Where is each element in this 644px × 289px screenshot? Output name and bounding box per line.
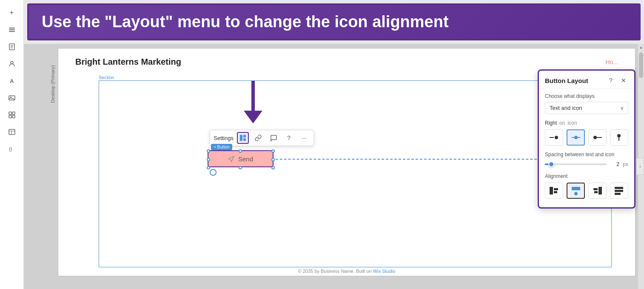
rotate-handle[interactable] xyxy=(210,169,217,176)
handle-bm[interactable] xyxy=(239,166,242,169)
link-button[interactable] xyxy=(252,132,264,144)
svg-rect-30 xyxy=(550,187,553,195)
displays-select-wrap: Text and icon xyxy=(545,102,628,114)
svg-rect-12 xyxy=(12,112,15,114)
svg-rect-36 xyxy=(593,188,598,190)
help-button[interactable]: ? xyxy=(283,132,295,144)
svg-point-34 xyxy=(574,192,578,195)
footer-link[interactable]: Wix Studio xyxy=(373,269,396,274)
arrow-head xyxy=(244,111,262,123)
layout-button[interactable] xyxy=(237,132,249,144)
main-content: Use the "Layout" menu to change the icon… xyxy=(24,0,644,289)
svg-rect-1 xyxy=(9,29,15,30)
handle-tr[interactable] xyxy=(271,149,275,153)
collapse-panel-button[interactable]: › xyxy=(636,158,644,175)
svg-text:{}: {} xyxy=(9,146,12,152)
svg-point-10 xyxy=(10,97,11,98)
section-label: Section xyxy=(99,75,114,80)
pos-left[interactable] xyxy=(545,129,563,146)
send-button-canvas[interactable]: Send xyxy=(208,150,274,167)
displays-section: Choose what displays Text and icon xyxy=(539,89,634,119)
align-right[interactable] xyxy=(588,183,607,199)
footer-text: © 2035 by Business Name. Built on xyxy=(298,269,373,274)
pos-right[interactable] xyxy=(588,129,607,146)
svg-rect-35 xyxy=(598,187,602,195)
text-icon[interactable]: A xyxy=(4,73,20,89)
scroll-up-button[interactable]: ▲ xyxy=(638,44,644,51)
svg-point-27 xyxy=(593,136,597,139)
spacing-section: Spacing between text and icon 2 px xyxy=(539,150,634,171)
arrow-line xyxy=(251,81,255,111)
handle-bl[interactable] xyxy=(207,166,210,169)
panel-header: Button Layout ? ✕ xyxy=(539,71,634,89)
spacing-value: 2 xyxy=(610,161,619,167)
pos-center[interactable] xyxy=(567,129,585,146)
svg-rect-2 xyxy=(9,31,15,32)
handle-tl[interactable] xyxy=(207,149,210,153)
handle-tm[interactable] xyxy=(239,149,242,153)
svg-text:A: A xyxy=(10,78,14,84)
handle-br[interactable] xyxy=(271,166,275,169)
nav-link[interactable]: Ho... xyxy=(605,59,618,66)
alignment-options xyxy=(545,183,628,199)
canvas-area: Desktop (Primary) Bright Lanterns Market… xyxy=(24,44,644,289)
position-right-label: Right xyxy=(545,120,557,126)
panel-close-button[interactable]: ✕ xyxy=(619,76,628,85)
people-icon[interactable] xyxy=(4,56,20,72)
slider-track[interactable] xyxy=(545,163,607,165)
displays-label: Choose what displays xyxy=(545,93,628,99)
svg-rect-11 xyxy=(9,112,11,114)
layers-icon[interactable] xyxy=(4,22,20,37)
svg-rect-31 xyxy=(554,188,558,190)
spacing-label: Spacing between text and icon xyxy=(545,152,628,157)
svg-rect-37 xyxy=(594,191,598,193)
table-icon[interactable] xyxy=(4,124,20,140)
code-icon[interactable]: {} xyxy=(4,141,20,157)
svg-point-23 xyxy=(555,136,558,139)
align-center[interactable] xyxy=(567,183,585,199)
svg-rect-40 xyxy=(615,193,621,195)
svg-rect-33 xyxy=(572,187,580,190)
align-left[interactable] xyxy=(545,183,563,199)
tutorial-banner: Use the "Layout" menu to change the icon… xyxy=(27,3,641,40)
handle-mr[interactable] xyxy=(271,158,275,161)
svg-rect-21 xyxy=(243,138,246,141)
svg-rect-13 xyxy=(9,115,11,118)
page-footer: © 2035 by Business Name. Built on Wix St… xyxy=(58,269,635,274)
handle-ml[interactable] xyxy=(207,158,210,161)
svg-rect-0 xyxy=(9,28,15,29)
spacing-unit: px xyxy=(623,161,628,167)
pos-bottom[interactable] xyxy=(610,129,628,146)
displays-select[interactable]: Text and icon xyxy=(545,102,628,114)
svg-rect-39 xyxy=(615,190,623,192)
svg-point-25 xyxy=(574,136,578,139)
svg-rect-32 xyxy=(554,191,557,193)
add-icon[interactable]: + xyxy=(4,5,20,20)
more-button[interactable]: ··· xyxy=(298,132,310,144)
sidebar: + A xyxy=(0,0,24,289)
position-row: Right on icon xyxy=(539,119,634,128)
svg-point-7 xyxy=(11,61,13,64)
scrollbar-thumb[interactable] xyxy=(639,52,643,78)
button-layout-panel: Button Layout ? ✕ Choose what displays T… xyxy=(538,69,635,209)
image-icon[interactable] xyxy=(4,90,20,106)
page-title: Bright Lanterns Marketing xyxy=(75,57,181,67)
comment-button[interactable] xyxy=(268,132,279,144)
panel-title: Button Layout xyxy=(545,77,588,84)
alignment-section: Alignment xyxy=(539,171,634,200)
slider-row: 2 px xyxy=(545,161,628,167)
section-container: Settings xyxy=(99,80,612,267)
panel-help-button[interactable]: ? xyxy=(606,76,616,85)
slider-thumb[interactable] xyxy=(548,161,554,167)
apps-icon[interactable] xyxy=(4,107,20,123)
position-on-text: icon xyxy=(567,120,577,126)
svg-rect-15 xyxy=(9,129,15,134)
align-justify[interactable] xyxy=(610,183,628,199)
pages-icon[interactable] xyxy=(4,39,20,54)
svg-rect-20 xyxy=(243,135,246,137)
svg-rect-38 xyxy=(615,187,623,189)
position-options xyxy=(539,128,634,150)
desktop-label: Desktop (Primary) xyxy=(50,65,55,103)
send-button-label: Send xyxy=(238,155,253,163)
svg-rect-14 xyxy=(12,115,15,118)
